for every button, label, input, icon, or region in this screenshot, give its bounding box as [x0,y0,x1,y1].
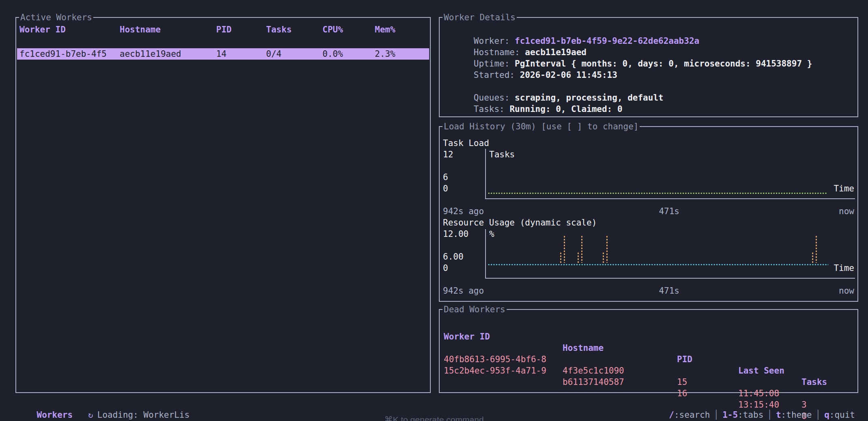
resource-ytick-12: 12.00 [443,228,468,240]
task-y-axis-line [485,149,486,199]
col-cpu: CPU% [322,24,343,35]
col-last-seen: Last Seen [738,365,784,376]
memory-spikes-layer [485,232,827,278]
worker-details-title: Worker Details [443,12,517,23]
cell-pid: 16 [677,388,687,399]
cell-worker-id: fc1ced91-b7eb-4f5 [19,48,107,60]
col-mem: Mem% [375,24,395,35]
cell-hostname: aecb11e19aed [120,48,181,60]
hint-key-quit: q [824,410,829,420]
detail-started: Started: 2026-02-06 11:45:13 [443,58,855,69]
hint-key-theme: t [776,410,781,420]
load-history-title: Load History (30m) [use [ ] to change] [443,121,640,132]
col-worker-id: Worker ID [19,24,66,35]
resource-x-labels: 942s ago 471s now [443,285,854,296]
task-xlabel-mid: 471s [659,206,679,217]
active-workers-header: Worker ID Hostname PID Tasks CPU% Mem% [17,24,429,35]
detail-tasks: Tasks: Running: 0, Claimed: 0 [443,92,855,103]
col-hostname: Hostname [120,24,161,35]
task-ytick-6: 6 [443,172,448,183]
task-x-axis-line [485,198,855,199]
task-ytick-12: 12 [443,149,453,160]
detail-tasks-value: Running: 0, Claimed: 0 [509,104,622,114]
task-series-line [488,192,827,194]
worker-row-selected[interactable]: fc1ced91-b7eb-4f5 aecb11e19aed 14 0/4 0.… [17,48,429,60]
hint-label-theme: :theme [781,410,812,420]
detail-worker: Worker: fc1ced91-b7eb-4f59-9e22-62de62aa… [443,24,855,35]
hint-key-tabs: 1-5 [722,410,738,420]
col-tasks: Tasks [801,376,827,388]
hint-separator: │ [763,410,776,420]
dead-workers-header: Worker ID Hostname PID Last Seen Tasks [440,320,857,331]
detail-hostname: Hostname: aecb11e19aed [443,35,855,47]
detail-started-label: Started: [474,70,520,80]
cell-hostname: b61137140587 [563,376,624,388]
spinner-icon: ↻ [88,410,93,420]
terminal-screen: Active Workers Worker ID Hostname PID Ta… [0,0,868,421]
col-worker-id: Worker ID [444,331,490,342]
task-legend: Tasks [489,149,515,160]
cpu-series-line [488,264,828,266]
worker-details-panel: Worker Details Worker: fc1ced91-b7eb-4f5… [439,17,858,117]
task-x-axis-title: Time [834,183,854,194]
resource-ytick-6: 6.00 [443,251,464,262]
hint-key-search: / [669,410,674,420]
resource-xlabel-left: 942s ago [443,285,484,296]
resource-chart-title: Resource Usage (dynamic scale) [443,217,597,228]
cell-pid: 14 [216,48,226,60]
col-pid: PID [216,24,232,35]
cell-tasks: 0/4 [266,48,281,60]
load-history-panel: Load History (30m) [use [ ] to change] T… [439,126,858,302]
col-tasks: Tasks [266,24,292,35]
hint-label-tabs: :tabs [738,410,763,420]
task-xlabel-left: 942s ago [443,206,484,217]
cell-hostname: 4f3e5c1c1090 [563,365,624,376]
task-x-labels: 942s ago 471s now [443,206,854,217]
cell-cpu: 0.0% [322,48,343,60]
hint-label-search: :search [674,410,710,420]
hint-label-quit: :quit [829,410,855,420]
active-workers-panel: Active Workers Worker ID Hostname PID Ta… [15,17,431,393]
dead-workers-title: Dead Workers [443,304,507,315]
dead-worker-row[interactable]: 40fb8613-6995-4bf6-8 4f3e5c1c1090 15 11:… [440,342,857,354]
cell-last-seen: 11:45:08 [738,388,779,399]
resource-x-axis-title: Time [834,262,854,274]
loading-status: Loading: WorkerLis [97,410,190,420]
resource-xlabel-mid: 471s [659,285,679,296]
terminal-shortcut-hint: ⌘K to generate command [384,415,483,421]
task-ytick-0: 0 [443,183,448,194]
resource-ytick-0: 0 [443,262,448,274]
task-xlabel-right: now [839,206,854,217]
active-workers-title: Active Workers [19,12,93,23]
detail-started-value: 2026-02-06 11:45:13 [520,70,617,80]
status-bar-left: Workers↻Loading: WorkerLis [16,398,189,409]
dead-workers-panel: Dead Workers Worker ID Hostname PID Last… [439,309,858,393]
detail-uptime: Uptime: PgInterval { months: 0, days: 0,… [443,47,855,58]
resource-x-axis-line [485,278,855,279]
status-bar-hints: /:search│1-5:tabs│t:theme│q:quit [649,398,855,409]
hint-separator: │ [710,410,722,420]
tab-workers[interactable]: Workers [37,410,73,420]
resource-xlabel-right: now [839,285,854,296]
hint-separator: │ [812,410,824,420]
cell-worker-id: 15c2b4ec-953f-4a71-9 [444,365,546,376]
dead-worker-row[interactable]: 15c2b4ec-953f-4a71-9 b61137140587 16 13:… [440,354,857,365]
cell-pid: 15 [677,376,687,388]
detail-queues: Queues: scraping, processing, default [443,81,855,92]
detail-tasks-label: Tasks: [474,104,510,114]
cell-mem: 2.3% [375,48,395,60]
task-chart-title: Task Load [443,137,489,149]
